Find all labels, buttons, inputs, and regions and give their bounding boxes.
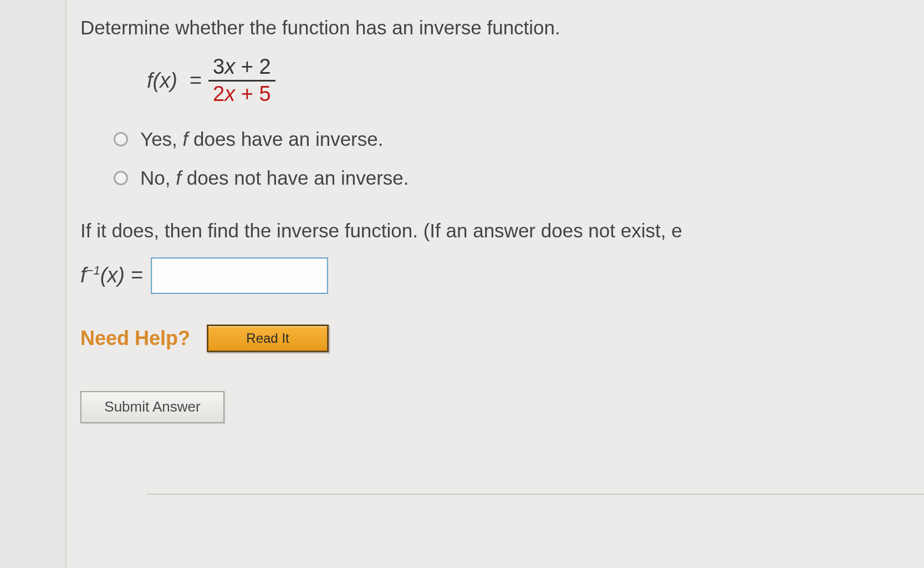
- radio-options: Yes, f does have an inverse. No, f does …: [114, 128, 924, 189]
- page-root: Determine whether the function has an in…: [0, 0, 924, 568]
- option-rest: does have an inverse.: [188, 128, 383, 150]
- left-gutter: [0, 0, 67, 568]
- read-it-button[interactable]: Read It: [207, 324, 329, 352]
- question-content: Determine whether the function has an in…: [80, 17, 924, 423]
- formula-denominator: 2x + 5: [208, 80, 275, 106]
- need-help-row: Need Help? Read It: [80, 324, 924, 352]
- option-rest: does not have an inverse.: [181, 167, 409, 189]
- section-divider: [147, 494, 924, 495]
- formula-lhs: f(x): [147, 69, 177, 93]
- read-it-label: Read It: [246, 331, 289, 346]
- option-label: Yes, f does have an inverse.: [140, 128, 383, 150]
- radio-icon[interactable]: [114, 132, 128, 146]
- option-fn: f: [183, 128, 188, 150]
- option-label: No, f does not have an inverse.: [140, 167, 409, 189]
- radio-icon[interactable]: [114, 171, 128, 185]
- submit-row: Submit Answer: [80, 391, 924, 423]
- formula-numerator: 3x + 2: [208, 55, 275, 80]
- submit-answer-button[interactable]: Submit Answer: [80, 391, 224, 423]
- function-formula: f(x) = 3x + 2 2x + 5: [147, 55, 924, 106]
- inverse-f: f: [80, 263, 86, 287]
- option-yes[interactable]: Yes, f does have an inverse.: [114, 128, 924, 150]
- prompt-text-1: Determine whether the function has an in…: [80, 17, 924, 39]
- option-prefix: Yes,: [140, 128, 183, 150]
- need-help-label: Need Help?: [80, 327, 190, 350]
- inverse-label: f−1(x) =: [80, 263, 143, 287]
- inverse-answer-row: f−1(x) =: [80, 257, 924, 294]
- formula-equals: =: [190, 69, 202, 93]
- inverse-answer-input[interactable]: [151, 257, 328, 294]
- inverse-sup: −1: [86, 263, 100, 277]
- submit-label: Submit Answer: [104, 398, 200, 415]
- formula-fraction: 3x + 2 2x + 5: [208, 55, 275, 106]
- option-no[interactable]: No, f does not have an inverse.: [114, 167, 924, 189]
- option-prefix: No,: [140, 167, 176, 189]
- inverse-xeq: (x) =: [100, 263, 143, 287]
- prompt-text-2: If it does, then find the inverse functi…: [80, 220, 924, 242]
- option-fn: f: [176, 167, 181, 189]
